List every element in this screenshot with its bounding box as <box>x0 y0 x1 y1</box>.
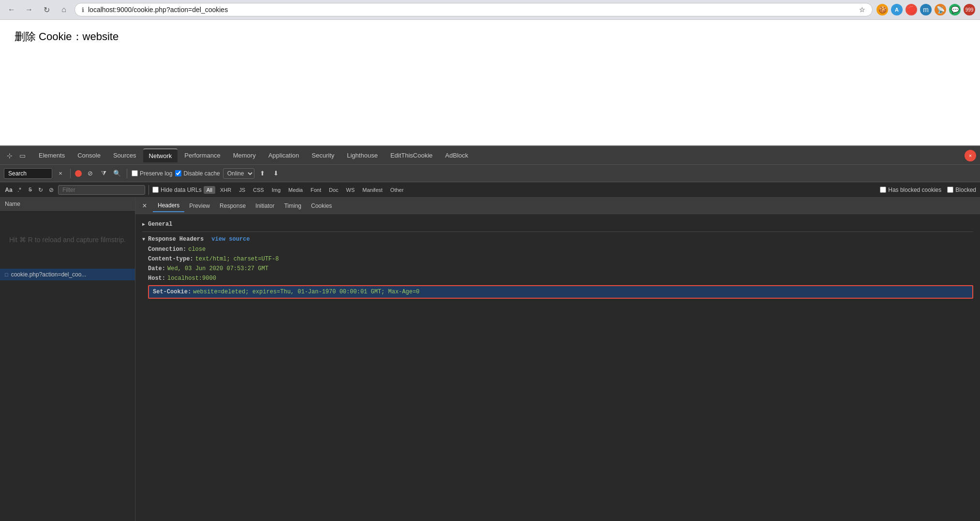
devtools-close-button[interactable]: × <box>965 150 976 161</box>
header-row-date: Date: Wed, 03 Jun 2020 07:53:27 GMT <box>148 264 973 274</box>
blocked-checkbox[interactable] <box>947 187 953 193</box>
filter-xhr-btn[interactable]: XHR <box>217 186 234 194</box>
download-icon[interactable]: ⬇ <box>271 168 282 179</box>
tab-memory[interactable]: Memory <box>227 149 262 162</box>
page-content: 删除 Cookie：website <box>0 20 980 145</box>
extension-icons: 🍪 A 🛑 m 📡 💬 999 <box>876 4 975 15</box>
network-list-header: Name <box>0 198 135 211</box>
nav-bar: ← → ↻ ⌂ ℹ localhost:9000/cookie.php?acti… <box>0 0 980 19</box>
home-button[interactable]: ⌂ <box>57 3 71 16</box>
view-source-link[interactable]: view source <box>211 236 250 243</box>
page-heading: 删除 Cookie：website <box>15 30 119 43</box>
record-button[interactable] <box>75 170 82 177</box>
adblock-ext-icon[interactable]: A <box>891 4 903 15</box>
font-case-icon[interactable]: Aa <box>4 185 14 195</box>
filter-input[interactable] <box>58 185 145 195</box>
filter-manifest-btn[interactable]: Manifest <box>359 186 386 194</box>
detail-tab-cookies[interactable]: Cookies <box>306 200 337 212</box>
refresh-filter-icon[interactable]: ↻ <box>36 185 45 195</box>
rss-ext-icon[interactable]: 📡 <box>935 4 946 15</box>
forward-button[interactable]: → <box>22 3 36 16</box>
headers-panel: × Headers Preview Response Initiator Tim… <box>135 198 980 521</box>
tab-performance[interactable]: Performance <box>178 149 226 162</box>
throttle-select[interactable]: Online <box>223 168 254 179</box>
tab-network[interactable]: Network <box>143 148 178 162</box>
detail-tab-timing[interactable]: Timing <box>279 200 306 212</box>
filter-other-btn[interactable]: Other <box>387 186 407 194</box>
hide-data-urls-label[interactable]: Hide data URLs <box>152 187 202 193</box>
cookie-ext-icon[interactable]: 🍪 <box>876 4 888 15</box>
network-item-name: cookie.php?action=del_coo... <box>11 271 87 278</box>
disable-cache-label[interactable]: Disable cache <box>175 170 220 177</box>
filter-font-btn[interactable]: Font <box>308 186 324 194</box>
response-chevron: ▼ <box>142 237 145 242</box>
search-close-btn[interactable]: × <box>55 168 66 179</box>
tab-editthiscookie[interactable]: EditThisCookie <box>385 149 438 162</box>
general-section-label: General <box>148 221 172 228</box>
detail-close-btn[interactable]: × <box>139 201 150 211</box>
hide-data-urls-checkbox[interactable] <box>152 187 159 193</box>
device-toggle-icon[interactable]: ▭ <box>16 150 28 161</box>
filter-icon[interactable]: ⧩ <box>98 168 109 179</box>
clear-filter-icon[interactable]: ⊘ <box>46 185 56 195</box>
detail-tabs: × Headers Preview Response Initiator Tim… <box>135 198 980 214</box>
network-toolbar: × ⊘ ⧩ 🔍 Preserve log Disable cache Onlin… <box>0 165 980 182</box>
element-picker-icon[interactable]: ⊹ <box>4 150 15 161</box>
stop-ext-icon[interactable]: 🛑 <box>906 4 917 15</box>
address-bar[interactable]: ℹ localhost:9000/cookie.php?action=del_c… <box>74 3 873 16</box>
file-icon: □ <box>5 272 8 277</box>
detail-tab-initiator[interactable]: Initiator <box>251 200 279 212</box>
tab-lighthouse[interactable]: Lighthouse <box>341 149 384 162</box>
upload-icon[interactable]: ⬆ <box>257 168 268 179</box>
filter-ws-btn[interactable]: WS <box>343 186 358 194</box>
tab-console[interactable]: Console <box>72 149 106 162</box>
preserve-log-label[interactable]: Preserve log <box>132 170 172 177</box>
set-cookie-key: Set-Cookie: <box>153 289 191 295</box>
notifications-icon[interactable]: 999 <box>964 4 975 15</box>
filter-js-btn[interactable]: JS <box>236 186 248 194</box>
search-input[interactable] <box>4 168 52 179</box>
info-icon: ℹ <box>82 6 84 14</box>
detail-tab-headers[interactable]: Headers <box>153 200 184 212</box>
invert-icon[interactable]: S̶ <box>25 185 35 195</box>
back-button[interactable]: ← <box>5 3 18 16</box>
filter-css-btn[interactable]: CSS <box>250 186 267 194</box>
header-val-host: localhost:9000 <box>167 275 216 282</box>
detail-tab-preview[interactable]: Preview <box>184 200 215 212</box>
response-headers-label: Response Headers <box>148 236 204 243</box>
filter-media-btn[interactable]: Media <box>285 186 306 194</box>
stop-recording-btn[interactable]: ⊘ <box>85 168 95 179</box>
header-val-date: Wed, 03 Jun 2020 07:53:27 GMT <box>167 265 268 272</box>
tab-security[interactable]: Security <box>306 149 340 162</box>
response-headers-section-header[interactable]: ▼ Response Headers view source <box>142 234 973 245</box>
preserve-log-checkbox[interactable] <box>132 170 138 176</box>
star-icon: ☆ <box>859 6 865 14</box>
filter-doc-btn[interactable]: Doc <box>326 186 342 194</box>
tab-application[interactable]: Application <box>263 149 305 162</box>
browser-chrome: ← → ↻ ⌂ ℹ localhost:9000/cookie.php?acti… <box>0 0 980 20</box>
tab-adblock[interactable]: AdBlock <box>439 149 474 162</box>
regex-icon[interactable]: .* <box>15 185 24 195</box>
url-text: localhost:9000/cookie.php?action=del_coo… <box>88 6 855 14</box>
blocked-text: Blocked <box>955 187 976 193</box>
network-list-panel: Name Hit ⌘ R to reload and capture films… <box>0 198 135 521</box>
blocked-label[interactable]: Blocked <box>947 187 976 193</box>
disable-cache-checkbox[interactable] <box>175 170 181 176</box>
filter-all-btn[interactable]: All <box>204 186 215 194</box>
filter-img-btn[interactable]: Img <box>269 186 283 194</box>
tab-sources[interactable]: Sources <box>107 149 142 162</box>
detail-tab-response[interactable]: Response <box>215 200 251 212</box>
profile-ext-icon[interactable]: m <box>920 4 932 15</box>
tab-elements[interactable]: Elements <box>33 149 71 162</box>
has-blocked-cookies-label[interactable]: Has blocked cookies <box>880 187 941 193</box>
search-icon[interactable]: 🔍 <box>112 168 122 179</box>
toolbar-sep-2 <box>127 169 127 178</box>
header-key-host: Host: <box>148 275 165 282</box>
toolbar-sep-1 <box>70 169 71 178</box>
reload-button[interactable]: ↻ <box>40 3 53 16</box>
network-list-item[interactable]: □ cookie.php?action=del_coo... <box>0 269 135 280</box>
has-blocked-cookies-text: Has blocked cookies <box>888 187 941 193</box>
chat-ext-icon[interactable]: 💬 <box>949 4 961 15</box>
has-blocked-cookies-checkbox[interactable] <box>880 187 886 193</box>
general-section-header[interactable]: ▶ General <box>142 219 973 230</box>
